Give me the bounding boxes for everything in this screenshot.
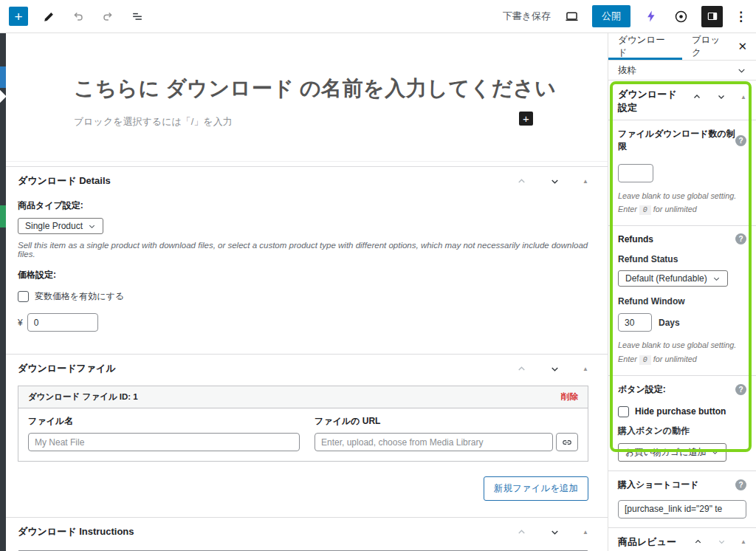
price-input[interactable] bbox=[27, 313, 98, 332]
help-icon[interactable]: ? bbox=[735, 384, 746, 395]
toggle-panel-icon[interactable]: ▲ bbox=[583, 366, 588, 372]
reviews-title: 商品レビュー bbox=[618, 535, 676, 549]
button-settings-label: ボタン設定: bbox=[618, 383, 666, 396]
file-limit-label: ファイルダウンロード数の制限 bbox=[618, 128, 735, 153]
preview-button[interactable] bbox=[563, 7, 580, 25]
plus-icon: + bbox=[14, 10, 22, 24]
move-down-icon[interactable] bbox=[549, 176, 560, 187]
move-down-icon[interactable] bbox=[549, 527, 560, 538]
redo-button[interactable] bbox=[99, 7, 117, 25]
post-title-input[interactable]: こちらに ダウンロード の名前を入力してください bbox=[74, 75, 608, 103]
file-url-label: ファイルの URL bbox=[315, 415, 578, 428]
move-up-icon[interactable] bbox=[516, 527, 527, 538]
help-icon[interactable]: ? bbox=[735, 233, 746, 244]
product-type-help-text: Sell this item as a single product with … bbox=[18, 241, 588, 259]
move-up-icon[interactable] bbox=[693, 537, 703, 547]
tab-download[interactable]: ダウンロード bbox=[608, 33, 682, 60]
price-row: ¥ bbox=[18, 313, 588, 332]
move-down-icon[interactable] bbox=[717, 537, 726, 547]
left-edge-strip bbox=[0, 33, 6, 551]
list-view-button[interactable] bbox=[128, 7, 146, 25]
wordpress-block-editor: + 下書き bbox=[0, 0, 756, 551]
add-new-file-button[interactable]: 新規ファイルを追加 bbox=[484, 476, 588, 501]
move-down-icon[interactable] bbox=[549, 363, 560, 374]
move-up-icon[interactable] bbox=[692, 92, 702, 102]
help-icon[interactable]: ? bbox=[735, 135, 746, 146]
panel-header: 商品レビュー ▲ bbox=[618, 535, 746, 549]
file-url-column: ファイルの URL bbox=[315, 415, 578, 451]
media-library-button[interactable] bbox=[556, 433, 578, 451]
panel-header: ダウンロード 設定 ▲ bbox=[618, 86, 746, 120]
toolbar-left-group: + bbox=[9, 7, 146, 26]
toggle-panel-icon[interactable]: ▲ bbox=[583, 529, 588, 535]
move-up-icon[interactable] bbox=[516, 176, 527, 187]
target-plugin-button[interactable] bbox=[672, 7, 690, 25]
redo-icon bbox=[100, 9, 115, 24]
download-details-panel: ダウンロード Details ▲ 商品タイプ設定: Single Product… bbox=[6, 166, 608, 332]
inline-block-inserter-button[interactable]: + bbox=[519, 112, 533, 126]
help-text-code: 0 bbox=[639, 205, 651, 215]
panel-controls: ▲ bbox=[516, 176, 588, 187]
panel-title: ダウンロード Details bbox=[18, 174, 111, 188]
move-up-icon[interactable] bbox=[516, 363, 527, 374]
product-reviews-panel: 商品レビュー ▲ BUILD TRUST WITH REAL CUSTOMER … bbox=[608, 527, 756, 551]
file-row-table: ダウンロード ファイル ID: 1 削除 ファイル名 ファイルの URL bbox=[18, 386, 588, 462]
move-down-icon[interactable] bbox=[716, 92, 726, 102]
delete-file-link[interactable]: 削除 bbox=[561, 391, 578, 403]
publish-button[interactable]: 公開 bbox=[592, 5, 630, 27]
refund-status-select[interactable]: Default (Refundable) bbox=[618, 270, 728, 287]
excerpt-panel-toggle[interactable]: 抜粋 bbox=[608, 61, 756, 81]
section-header: ファイルダウンロード数の制限 ? bbox=[618, 128, 746, 153]
block-inserter-button[interactable]: + bbox=[9, 7, 28, 26]
section-header: ボタン設定: ? bbox=[618, 383, 746, 396]
toggle-panel-icon[interactable]: ▲ bbox=[583, 178, 588, 185]
file-row-id-label: ダウンロード ファイル ID: 1 bbox=[28, 391, 138, 403]
help-text-code: 0 bbox=[639, 355, 651, 365]
kebab-menu-icon[interactable]: ⋮ bbox=[735, 9, 747, 24]
editor-toolbar: + 下書き bbox=[0, 0, 756, 33]
empty-block-paragraph[interactable]: ブロックを選択するには「/」を入力 bbox=[74, 115, 233, 129]
hide-purchase-button-checkbox[interactable] bbox=[618, 406, 629, 417]
list-view-icon bbox=[130, 9, 145, 24]
editor-canvas: こちらに ダウンロード の名前を入力してください ブロックを選択するには「/」を… bbox=[6, 33, 608, 551]
file-url-row bbox=[315, 433, 578, 451]
pencil-icon bbox=[42, 10, 56, 24]
variable-pricing-checkbox[interactable] bbox=[18, 291, 29, 302]
undo-icon bbox=[71, 9, 86, 24]
help-icon[interactable]: ? bbox=[735, 479, 746, 490]
panel-title: ダウンロードファイル bbox=[18, 362, 116, 375]
refund-window-input[interactable] bbox=[618, 313, 652, 332]
file-limit-input[interactable] bbox=[618, 164, 653, 182]
toolbar-right-group: 下書き保存 公開 ⋮ bbox=[503, 5, 747, 27]
panel-title: ダウンロード Instructions bbox=[18, 525, 134, 538]
sidebar-tabs: ダウンロード ブロック ✕ bbox=[608, 33, 756, 61]
shortcode-input[interactable] bbox=[618, 500, 746, 519]
panel-controls: ▲ bbox=[516, 363, 588, 374]
currency-symbol: ¥ bbox=[18, 318, 23, 328]
refund-window-row: Days bbox=[618, 313, 746, 332]
panel-header: ダウンロード Instructions ▲ bbox=[18, 518, 588, 543]
file-row-body: ファイル名 ファイルの URL bbox=[18, 408, 588, 461]
refunds-label: Refunds bbox=[618, 234, 653, 244]
button-behavior-select[interactable]: お買い物カゴに追加 bbox=[618, 443, 726, 462]
tools-button[interactable] bbox=[40, 7, 58, 25]
monitor-icon bbox=[564, 9, 580, 24]
file-limit-help-text: Leave blank to use global setting. Enter… bbox=[618, 189, 746, 216]
jetpack-boost-button[interactable] bbox=[642, 7, 660, 25]
refund-window-label: Refund Window bbox=[618, 296, 746, 307]
save-draft-button[interactable]: 下書き保存 bbox=[503, 10, 551, 23]
section-header: Refunds ? bbox=[618, 233, 746, 244]
close-icon[interactable]: ✕ bbox=[738, 40, 747, 53]
download-settings-panel: ダウンロード 設定 ▲ ファイルダウンロード数の制限 ? Leave blank… bbox=[608, 81, 756, 551]
product-type-select[interactable]: Single Product bbox=[18, 218, 103, 234]
toggle-panel-icon[interactable]: ▲ bbox=[740, 94, 746, 100]
panel-controls: ▲ bbox=[516, 527, 588, 538]
file-url-input[interactable] bbox=[315, 433, 553, 451]
tab-block[interactable]: ブロック bbox=[682, 33, 738, 60]
undo-button[interactable] bbox=[69, 7, 87, 25]
settings-sidebar-toggle[interactable] bbox=[701, 6, 723, 27]
pricing-label: 価格設定: bbox=[18, 269, 588, 281]
metabox-area: ダウンロード Details ▲ 商品タイプ設定: Single Product… bbox=[6, 166, 608, 551]
toggle-panel-icon[interactable]: ▲ bbox=[740, 538, 746, 545]
file-name-input[interactable] bbox=[28, 433, 300, 451]
